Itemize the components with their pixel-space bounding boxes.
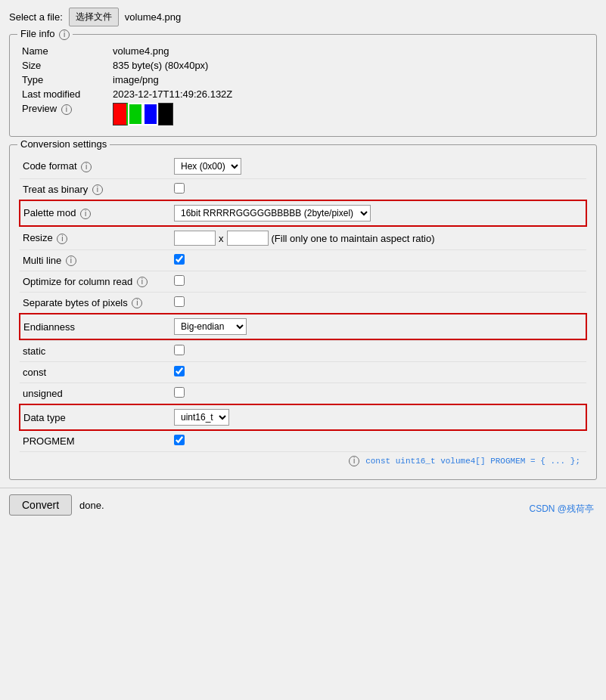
code-preview-cell: i const uint16_t volume4[] PROGMEM = { .…: [20, 452, 586, 471]
preview-image: [113, 103, 584, 125]
const-checkbox[interactable]: [174, 366, 185, 376]
resize-y-input[interactable]: [227, 231, 269, 246]
static-row: static: [20, 341, 586, 362]
code-format-info-icon[interactable]: i: [81, 162, 92, 172]
multiline-row: Multi line i: [20, 250, 586, 271]
file-preview-row: Preview i: [19, 101, 587, 127]
modified-label: Last modified: [19, 87, 110, 101]
file-select-label: Select a file:: [9, 11, 63, 23]
endianness-control: Big-endian Little-endian: [171, 314, 586, 339]
conversion-section: Conversion settings Code format i Hex (0…: [9, 144, 597, 480]
code-format-control: Hex (0x00) Binary Decimal: [171, 154, 586, 179]
resize-control: x (Fill only one to maintain aspect rati…: [171, 226, 586, 250]
multiline-label: Multi line i: [20, 250, 171, 271]
optimize-col-info-icon[interactable]: i: [137, 277, 148, 287]
unsigned-row: unsigned: [20, 383, 586, 405]
palette-select[interactable]: 16bit RRRRRGGGGGBBBBB (2byte/pixel) 8bit…: [174, 205, 371, 221]
palette-info-icon[interactable]: i: [80, 209, 91, 219]
file-info-section: File info i Name volume4.png Size 835 by…: [9, 34, 597, 137]
treat-binary-info-icon[interactable]: i: [92, 184, 103, 195]
preview-label: Preview i: [19, 101, 110, 127]
resize-note: (Fill only one to maintain aspect ratio): [272, 233, 435, 244]
static-control: [171, 341, 586, 362]
separate-bytes-info-icon[interactable]: i: [132, 298, 142, 308]
code-preview-info-icon[interactable]: i: [349, 456, 359, 466]
optimize-col-label: Optimize for column read i: [20, 271, 171, 293]
preview-block-black: [158, 103, 173, 125]
palette-control: 16bit RRRRRGGGGGBBBBB (2byte/pixel) 8bit…: [171, 200, 586, 226]
file-name-display: volume4.png: [125, 11, 181, 23]
choose-file-button[interactable]: 选择文件: [69, 8, 119, 26]
resize-inputs: x (Fill only one to maintain aspect rati…: [174, 231, 583, 246]
palette-row: Palette mod i 16bit RRRRRGGGGGBBBBB (2by…: [20, 200, 586, 226]
separate-bytes-checkbox[interactable]: [174, 296, 185, 307]
optimize-col-checkbox[interactable]: [174, 275, 185, 286]
type-value: image/png: [110, 73, 587, 87]
file-info-table: Name volume4.png Size 835 byte(s) (80x40…: [19, 44, 587, 127]
watermark-text: CSDN @残荷亭: [529, 503, 594, 516]
file-name-row: Name volume4.png: [19, 44, 587, 58]
resize-label: Resize i: [20, 226, 171, 250]
endianness-row: Endianness Big-endian Little-endian: [20, 314, 586, 339]
unsigned-label: unsigned: [20, 383, 171, 405]
static-label: static: [20, 341, 171, 362]
progmem-control: [171, 430, 586, 452]
resize-x-input[interactable]: [174, 231, 216, 246]
progmem-row: PROGMEM: [20, 430, 586, 452]
file-info-icon[interactable]: i: [59, 29, 70, 40]
preview-block-green: [128, 103, 143, 125]
resize-x-separator: x: [219, 233, 224, 244]
type-label: Type: [19, 73, 110, 87]
convert-button[interactable]: Convert: [9, 494, 72, 516]
resize-info-icon[interactable]: i: [57, 234, 67, 244]
treat-binary-checkbox[interactable]: [174, 183, 185, 194]
palette-label: Palette mod i: [20, 200, 171, 226]
endianness-select[interactable]: Big-endian Little-endian: [174, 318, 247, 335]
progmem-label: PROGMEM: [20, 430, 171, 452]
conversion-title: Conversion settings: [17, 138, 110, 150]
modified-value: 2023-12-17T11:49:26.132Z: [110, 87, 587, 101]
datatype-select[interactable]: uint16_t uint8_t int: [174, 409, 229, 426]
unsigned-checkbox[interactable]: [174, 387, 185, 398]
size-label: Size: [19, 58, 110, 73]
datatype-label: Data type: [20, 404, 171, 430]
preview-info-icon[interactable]: i: [61, 104, 72, 115]
const-control: [171, 362, 586, 383]
progmem-checkbox[interactable]: [174, 435, 185, 445]
preview-block-red: [113, 103, 128, 125]
multiline-control: [171, 250, 586, 271]
datatype-row: Data type uint16_t uint8_t int: [20, 404, 586, 430]
file-size-row: Size 835 byte(s) (80x40px): [19, 58, 587, 73]
convert-bar: Convert done. CSDN @残荷亭: [0, 488, 606, 522]
preview-cell: [110, 101, 587, 127]
size-value: 835 byte(s) (80x40px): [110, 58, 587, 73]
file-modified-row: Last modified 2023-12-17T11:49:26.132Z: [19, 87, 587, 101]
name-value: volume4.png: [110, 44, 587, 58]
preview-block-blue: [143, 103, 158, 125]
static-checkbox[interactable]: [174, 345, 185, 355]
code-format-row: Code format i Hex (0x00) Binary Decimal: [20, 154, 586, 179]
const-row: const: [20, 362, 586, 383]
separate-bytes-control: [171, 293, 586, 314]
code-preview-row: i const uint16_t volume4[] PROGMEM = { .…: [20, 452, 586, 471]
optimize-col-row: Optimize for column read i: [20, 271, 586, 293]
treat-binary-label: Treat as binary i: [20, 179, 171, 201]
file-select-row: Select a file: 选择文件 volume4.png: [9, 8, 597, 26]
code-format-select[interactable]: Hex (0x00) Binary Decimal: [174, 158, 241, 175]
file-info-title: File info i: [17, 28, 73, 40]
name-label: Name: [19, 44, 110, 58]
settings-table: Code format i Hex (0x00) Binary Decimal …: [19, 154, 587, 470]
separate-bytes-label: Separate bytes of pixels i: [20, 293, 171, 314]
resize-row: Resize i x (Fill only one to maintain as…: [20, 226, 586, 250]
separate-bytes-row: Separate bytes of pixels i: [20, 293, 586, 314]
multiline-checkbox[interactable]: [174, 254, 185, 265]
code-preview-text: const uint16_t volume4[] PROGMEM = { ...…: [365, 457, 583, 466]
file-type-row: Type image/png: [19, 73, 587, 87]
multiline-info-icon[interactable]: i: [66, 256, 76, 266]
code-format-label: Code format i: [20, 154, 171, 179]
status-text: done.: [79, 500, 104, 511]
treat-binary-control: [171, 179, 586, 201]
treat-binary-row: Treat as binary i: [20, 179, 586, 201]
unsigned-control: [171, 383, 586, 405]
const-label: const: [20, 362, 171, 383]
